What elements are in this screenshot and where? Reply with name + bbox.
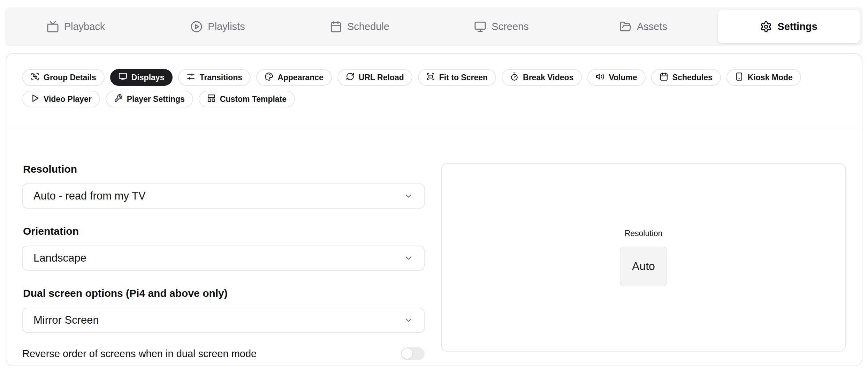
gear-icon bbox=[760, 21, 772, 33]
tab-displays[interactable]: Displays bbox=[110, 69, 173, 86]
tv-icon bbox=[47, 21, 59, 33]
sliders-icon bbox=[186, 72, 195, 83]
orientation-select[interactable]: Landscape bbox=[22, 246, 425, 271]
calendar-icon bbox=[660, 72, 668, 83]
folder-open-icon bbox=[619, 21, 632, 33]
nav-item-label: Screens bbox=[492, 21, 528, 32]
fit-screen-icon bbox=[426, 72, 435, 83]
tab-label: Kiosk Mode bbox=[748, 73, 793, 82]
nav-item-label: Settings bbox=[777, 21, 817, 32]
resolution-preview-box: Auto bbox=[620, 247, 667, 286]
displays-form: Resolution Auto - read from my TV Orient… bbox=[22, 163, 425, 360]
tab-label: Schedules bbox=[672, 73, 713, 82]
tab-transitions[interactable]: Transitions bbox=[178, 69, 251, 86]
tab-video-player[interactable]: Video Player bbox=[22, 91, 100, 107]
nav-item-label: Assets bbox=[637, 21, 667, 32]
calendar-icon bbox=[330, 21, 342, 33]
tab-volume[interactable]: Volume bbox=[587, 69, 645, 86]
nav-item-label: Playlists bbox=[208, 21, 245, 32]
nav-item-screens[interactable]: Screens bbox=[431, 7, 572, 46]
tab-kiosk-mode[interactable]: Kiosk Mode bbox=[726, 69, 801, 86]
nav-item-label: Playback bbox=[64, 21, 105, 32]
tab-fit-to-screen[interactable]: Fit to Screen bbox=[418, 69, 496, 86]
resolution-select[interactable]: Auto - read from my TV bbox=[22, 183, 425, 209]
nav-item-schedule[interactable]: Schedule bbox=[289, 7, 431, 46]
timer-icon bbox=[510, 72, 519, 83]
tab-label: Player Settings bbox=[127, 95, 185, 104]
dual-screen-label: Dual screen options (Pi4 and above only) bbox=[23, 287, 425, 299]
tab-player-settings[interactable]: Player Settings bbox=[106, 91, 193, 107]
monitor-icon bbox=[119, 72, 127, 83]
tab-url-reload[interactable]: URL Reload bbox=[337, 69, 412, 86]
tab-label: Custom Template bbox=[220, 95, 287, 104]
play-icon bbox=[31, 94, 39, 105]
tab-label: Break Videos bbox=[523, 73, 573, 82]
settings-tabs: Group DetailsDisplaysTransitionsAppearan… bbox=[6, 54, 862, 128]
nav-item-label: Schedule bbox=[347, 21, 389, 32]
nav-item-settings[interactable]: Settings bbox=[718, 10, 860, 43]
dual-screen-select[interactable]: Mirror Screen bbox=[22, 308, 425, 333]
palette-icon bbox=[265, 72, 273, 83]
reverse-order-row: Reverse order of screens when in dual sc… bbox=[22, 347, 425, 360]
refresh-icon bbox=[346, 72, 355, 83]
tab-label: Volume bbox=[609, 73, 637, 82]
monitor-icon bbox=[474, 21, 486, 33]
chevron-down-icon bbox=[404, 191, 413, 201]
resolution-label: Resolution bbox=[23, 163, 425, 175]
play-circle-icon bbox=[190, 21, 203, 33]
top-nav: PlaybackPlaylistsScheduleScreensAssetsSe… bbox=[5, 7, 863, 46]
tab-label: Appearance bbox=[277, 73, 323, 82]
toggle-knob bbox=[402, 348, 412, 359]
tab-label: Video Player bbox=[44, 95, 92, 104]
nav-item-assets[interactable]: Assets bbox=[572, 7, 714, 46]
reverse-order-label: Reverse order of screens when in dual sc… bbox=[22, 348, 257, 360]
resolution-select-value: Auto - read from my TV bbox=[33, 190, 146, 202]
settings-card: Group DetailsDisplaysTransitionsAppearan… bbox=[6, 53, 862, 366]
reverse-order-toggle[interactable] bbox=[401, 347, 425, 360]
layout-template-icon bbox=[207, 94, 216, 105]
tab-group-details[interactable]: Group Details bbox=[22, 69, 105, 86]
tablet-icon bbox=[735, 72, 744, 83]
tab-schedules[interactable]: Schedules bbox=[651, 69, 721, 86]
tab-appearance[interactable]: Appearance bbox=[256, 69, 332, 86]
chevron-down-icon bbox=[404, 315, 413, 325]
dual-screen-select-value: Mirror Screen bbox=[33, 314, 99, 326]
volume-icon bbox=[596, 72, 604, 83]
nav-item-playback[interactable]: Playback bbox=[5, 7, 147, 46]
chevron-down-icon bbox=[404, 253, 413, 263]
orientation-select-value: Landscape bbox=[33, 252, 86, 264]
wrench-icon bbox=[114, 94, 123, 105]
tab-custom-template[interactable]: Custom Template bbox=[199, 91, 295, 107]
resolution-preview-panel: Resolution Auto bbox=[441, 163, 846, 352]
orientation-label: Orientation bbox=[23, 225, 425, 237]
preview-resolution-value: Auto bbox=[632, 260, 655, 273]
nav-item-playlists[interactable]: Playlists bbox=[147, 7, 289, 46]
tab-break-videos[interactable]: Break Videos bbox=[502, 69, 582, 86]
preview-resolution-label: Resolution bbox=[625, 229, 663, 238]
tab-label: Fit to Screen bbox=[439, 73, 488, 82]
tab-label: Transitions bbox=[199, 73, 242, 82]
displays-settings-panel: Resolution Auto - read from my TV Orient… bbox=[6, 128, 862, 360]
tab-label: Group Details bbox=[44, 73, 96, 82]
group-icon bbox=[31, 72, 39, 83]
tab-label: Displays bbox=[131, 73, 165, 82]
tab-label: URL Reload bbox=[359, 73, 404, 82]
